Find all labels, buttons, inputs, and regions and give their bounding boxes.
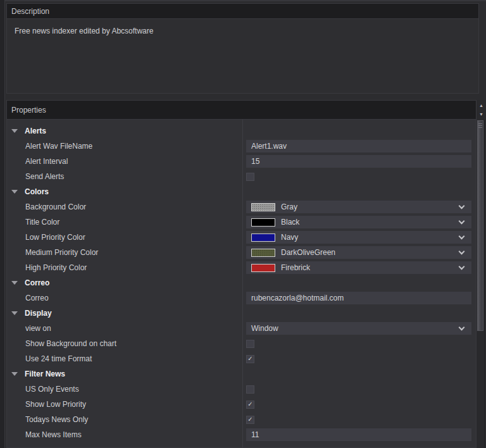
property-row-low-priority-color: Low Priority Color Navy (7, 230, 476, 245)
alert-interval-input[interactable]: 15 (246, 155, 471, 168)
color-swatch (251, 218, 275, 227)
property-row-use-24-time-format: Use 24 time Format ✓ (7, 351, 476, 366)
color-swatch (251, 203, 275, 211)
us-only-events-checkbox[interactable]: ✓ (246, 385, 254, 394)
chevron-down-icon (459, 233, 465, 240)
property-row-us-only-events: US Only Events ✓ (7, 382, 476, 397)
property-row-show-background-on-chart: Show Background on chart ✓ (7, 336, 476, 351)
property-label: view on (25, 324, 51, 333)
property-row-correo: Correo rubencazorla@hotmail.com (7, 290, 476, 306)
property-row-todays-news-only: Todays News Only ✓ (7, 412, 476, 427)
show-background-on-chart-checkbox[interactable]: ✓ (246, 340, 254, 348)
scroll-buttons: ▲ ▼ (477, 100, 486, 120)
description-text: Free news indexer edited by Abcsoftware (15, 27, 153, 35)
property-label: Low Priority Color (25, 233, 85, 242)
property-label: Show Low Priority (25, 400, 86, 409)
property-label: Show Background on chart (25, 339, 116, 348)
scroll-up-button[interactable]: ▲ (477, 102, 485, 109)
chevron-down-icon (459, 264, 465, 270)
property-row-alert-interval: Alert Interval 15 (7, 154, 476, 169)
properties-header: Properties (6, 100, 477, 120)
alert-wav-filename-input[interactable]: Alert1.wav (246, 140, 471, 152)
property-row-alert-wav-filename: Alert Wav FileName Alert1.wav (7, 139, 476, 154)
collapse-triangle-icon (11, 281, 18, 285)
property-grid: Alerts Alert Wav FileName Alert1.wav Ale… (6, 120, 477, 448)
window-top-edge (0, 0, 486, 1)
property-row-max-news-items: Max News Items 11 (7, 427, 476, 442)
property-row-show-low-priority: Show Low Priority ✓ (7, 397, 476, 412)
properties-scrollbar[interactable] (477, 120, 485, 448)
scroll-down-icon: ▼ (479, 112, 483, 116)
chevron-down-icon (459, 249, 465, 255)
group-header-colors[interactable]: Colors (7, 184, 476, 199)
view-on-select[interactable]: Window (246, 322, 471, 335)
group-label: Correo (25, 278, 49, 287)
property-label: Alert Interval (25, 157, 68, 166)
property-label: Alert Wav FileName (25, 142, 92, 151)
title-color-select[interactable]: Black (246, 216, 471, 228)
description-panel: Description Free news indexer edited by … (6, 3, 479, 94)
collapse-triangle-icon (11, 372, 18, 376)
property-row-view-on: view on Window (7, 321, 476, 336)
description-header: Description (6, 3, 479, 19)
checkmark-icon: ✓ (247, 401, 252, 408)
checkmark-icon: ✓ (247, 356, 252, 362)
medium-priority-color-select[interactable]: DarkOliveGreen (246, 246, 471, 259)
use-24-time-format-checkbox[interactable]: ✓ (246, 355, 254, 363)
property-label: Max News Items (25, 430, 82, 439)
show-low-priority-checkbox[interactable]: ✓ (246, 401, 254, 409)
properties-title: Properties (11, 106, 46, 115)
property-row-send-alerts: Send Alerts ✓ (7, 169, 476, 184)
property-label: Send Alerts (25, 172, 64, 181)
group-header-filter-news[interactable]: Filter News (7, 366, 476, 382)
property-row-high-priority-color: High Priority Color Firebrick (7, 260, 476, 275)
property-label: Background Color (25, 202, 86, 211)
color-swatch (251, 233, 275, 242)
scrollbar-thumb[interactable] (477, 120, 483, 331)
property-label: Use 24 time Format (25, 354, 92, 363)
property-label: Medium Priority Color (25, 248, 98, 257)
correo-input[interactable]: rubencazorla@hotmail.com (246, 292, 471, 304)
max-news-items-input[interactable]: 11 (246, 428, 471, 441)
color-swatch (251, 249, 275, 257)
property-row-title-color: Title Color Black (7, 215, 476, 230)
low-priority-color-select[interactable]: Navy (246, 231, 471, 244)
high-priority-color-select[interactable]: Firebrick (246, 261, 471, 274)
checkmark-icon: ✓ (247, 416, 252, 423)
scroll-up-icon: ▲ (479, 103, 483, 108)
property-row-medium-priority-color: Medium Priority Color DarkOliveGreen (7, 245, 476, 260)
group-label: Display (25, 309, 52, 318)
scroll-down-button[interactable]: ▼ (477, 111, 485, 118)
group-label: Filter News (25, 370, 65, 378)
property-label: US Only Events (25, 385, 79, 394)
property-row-background-color: Background Color Gray (7, 199, 476, 215)
property-label: High Priority Color (25, 263, 87, 272)
group-label: Alerts (25, 127, 46, 135)
group-header-display[interactable]: Display (7, 306, 476, 321)
collapse-triangle-icon (11, 311, 18, 315)
chevron-down-icon (459, 218, 465, 225)
chevron-down-icon (459, 325, 465, 331)
property-label: Todays News Only (25, 415, 88, 424)
send-alerts-checkbox[interactable]: ✓ (246, 173, 254, 181)
properties-panel: Properties Alerts Alert Wav FileName Ale… (6, 100, 477, 448)
description-body: Free news indexer edited by Abcsoftware (6, 19, 479, 94)
group-label: Colors (25, 187, 49, 196)
chevron-down-icon (459, 203, 465, 209)
group-header-correo[interactable]: Correo (7, 275, 476, 290)
collapse-triangle-icon (11, 190, 18, 194)
color-swatch (251, 264, 275, 272)
collapse-triangle-icon (11, 129, 18, 133)
todays-news-only-checkbox[interactable]: ✓ (246, 416, 254, 424)
description-title: Description (11, 7, 49, 16)
property-label: Correo (25, 294, 49, 302)
group-header-alerts[interactable]: Alerts (7, 123, 476, 139)
scrollbar-grip-icon (478, 123, 482, 128)
window-left-gutter (0, 0, 5, 448)
property-label: Title Color (25, 218, 59, 227)
background-color-select[interactable]: Gray (246, 201, 471, 213)
